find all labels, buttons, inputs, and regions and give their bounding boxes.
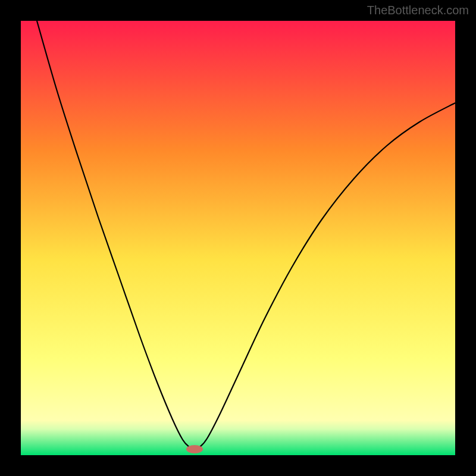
gradient-background xyxy=(21,21,455,455)
chart-svg xyxy=(21,21,455,455)
watermark-text: TheBottleneck.com xyxy=(367,4,469,17)
min-marker xyxy=(186,445,203,453)
plot-area xyxy=(21,21,455,455)
chart-container: TheBottleneck.com xyxy=(0,0,476,476)
